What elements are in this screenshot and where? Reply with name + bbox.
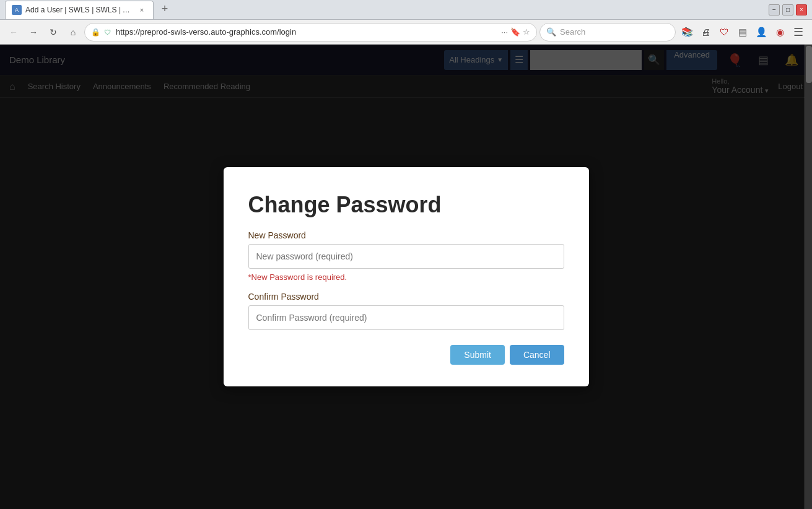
tab-favicon: A	[12, 5, 22, 15]
star-icon[interactable]: ☆	[523, 27, 530, 37]
addon-icon[interactable]: ◉	[771, 24, 788, 41]
title-bar: A Add a User | SWLS | SWLS | Au... × + −…	[0, 0, 812, 20]
reader-view-icon[interactable]: ▤	[734, 24, 751, 41]
address-bar-icons: ··· 🔖 ☆	[501, 27, 530, 37]
security-icon: 🔒	[91, 28, 100, 37]
refresh-button[interactable]: ↻	[45, 24, 62, 41]
navigation-bar: ← → ↻ ⌂ 🔒 🛡 https://preprod-swls-verso.a…	[0, 20, 812, 45]
home-button[interactable]: ⌂	[64, 24, 82, 41]
forward-button[interactable]: →	[25, 24, 42, 41]
cancel-button[interactable]: Cancel	[510, 345, 564, 365]
address-bar[interactable]: 🔒 🛡 https://preprod-swls-verso.auto-grap…	[84, 23, 537, 41]
secure-badge: 🛡	[104, 28, 111, 36]
close-button[interactable]: ×	[796, 4, 807, 15]
tab-title: Add a User | SWLS | SWLS | Au...	[25, 6, 133, 14]
bookmark-icon[interactable]: 🔖	[510, 27, 520, 37]
menu-button[interactable]: ☰	[790, 24, 807, 41]
confirm-password-input[interactable]	[248, 305, 564, 330]
search-placeholder: Search	[560, 27, 669, 37]
new-password-label: New Password	[248, 230, 564, 240]
window-controls: − □ ×	[769, 4, 807, 15]
new-tab-button[interactable]: +	[156, 1, 173, 18]
bookmarks-icon[interactable]: 📚	[678, 24, 696, 41]
back-button[interactable]: ←	[5, 24, 22, 41]
tab-bar: A Add a User | SWLS | SWLS | Au... × +	[5, 0, 769, 21]
page-content: Demo Library All Headings ▼ ☰ 🔍 Advanced…	[0, 45, 812, 509]
print-icon[interactable]: 🖨	[697, 24, 714, 41]
submit-button[interactable]: Submit	[450, 345, 505, 365]
maximize-button[interactable]: □	[782, 4, 793, 15]
active-tab[interactable]: A Add a User | SWLS | SWLS | Au... ×	[5, 1, 154, 19]
extension-icon[interactable]: 🛡	[715, 24, 733, 41]
modal-overlay: Change Password New Password *New Passwo…	[0, 45, 812, 509]
search-icon: 🔍	[546, 27, 556, 37]
confirm-password-label: Confirm Password	[248, 292, 564, 302]
minimize-button[interactable]: −	[769, 4, 780, 15]
new-password-error: *New Password is required.	[248, 272, 564, 282]
tab-close-button[interactable]: ×	[137, 5, 147, 15]
dialog-buttons: Submit Cancel	[248, 345, 564, 365]
scrollbar[interactable]	[805, 45, 812, 509]
scrollbar-thumb[interactable]	[806, 46, 812, 83]
new-password-input[interactable]	[248, 244, 564, 269]
dialog-title: Change Password	[248, 192, 564, 218]
search-bar[interactable]: 🔍 Search	[539, 23, 676, 41]
change-password-dialog: Change Password New Password *New Passwo…	[224, 167, 589, 386]
new-password-group: New Password *New Password is required.	[248, 230, 564, 282]
address-text: https://preprod-swls-verso.auto-graphics…	[116, 27, 497, 37]
browser-window: A Add a User | SWLS | SWLS | Au... × + −…	[0, 0, 812, 509]
more-options-icon[interactable]: ···	[501, 27, 508, 37]
account-icon[interactable]: 👤	[753, 24, 770, 41]
toolbar-icons: 📚 🖨 🛡 ▤ 👤 ◉ ☰	[678, 24, 807, 41]
confirm-password-group: Confirm Password	[248, 292, 564, 330]
